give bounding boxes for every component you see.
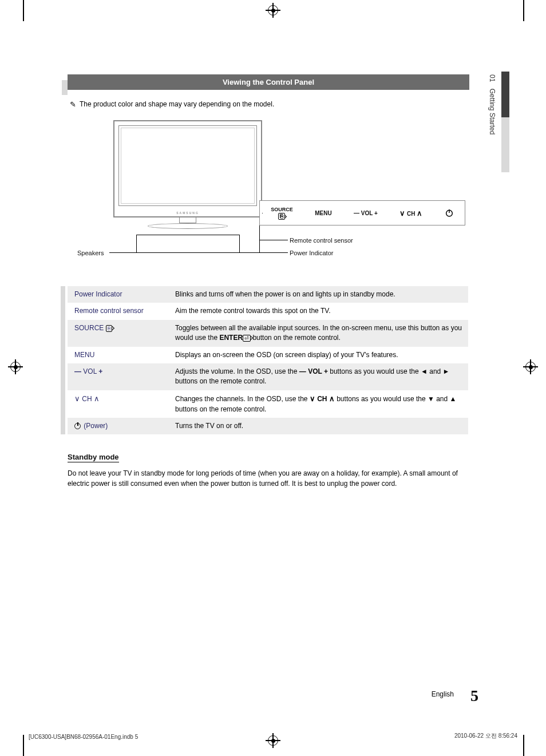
table-row: (Power) Turns the TV on or off. xyxy=(68,418,468,434)
row-desc: Toggles between all the available input … xyxy=(171,320,468,347)
registration-mark-icon xyxy=(268,735,278,746)
row-desc: Displays an on-screen the OSD (on screen… xyxy=(171,347,468,363)
crop-mark xyxy=(523,0,524,21)
note-icon: ✎ xyxy=(70,100,76,109)
row-desc: Changes the channels. In the OSD, use th… xyxy=(171,390,468,418)
menu-button: MENU xyxy=(315,210,331,216)
power-indicator-label: Power Indicator xyxy=(290,250,333,256)
chapter-label: Getting Started xyxy=(488,89,496,135)
crop-mark xyxy=(23,0,24,21)
table-row: — VOL + Adjusts the volume. In the OSD, … xyxy=(68,363,468,390)
registration-mark-icon xyxy=(268,5,278,15)
speakers-label: Speakers xyxy=(77,250,104,256)
row-label: — VOL + xyxy=(68,363,171,390)
source-icon: ⎘ xyxy=(278,213,285,220)
standby-heading: Standby mode xyxy=(68,453,119,462)
row-label: (Power) xyxy=(68,418,171,434)
row-label: Remote control sensor xyxy=(68,303,171,319)
table-row: MENU Displays an on-screen the OSD (on s… xyxy=(68,347,468,363)
brand-logo: SAMSUNG xyxy=(176,211,199,215)
power-icon xyxy=(445,208,454,217)
row-desc: Adjusts the volume. In the OSD, use the … xyxy=(171,363,468,390)
table-row: Power Indicator Blinks and turns off whe… xyxy=(68,286,468,303)
enter-icon: ⏎ xyxy=(243,335,251,342)
table-row: ∨ CH ∧ Changes the channels. In the OSD,… xyxy=(68,390,468,418)
row-label: ∨ CH ∧ xyxy=(68,390,171,418)
standby-body: Do not leave your TV in standby mode for… xyxy=(68,468,480,489)
crop-mark xyxy=(23,735,24,756)
print-footer-file: [UC6300-USA]BN68-02956A-01Eng.indb 5 xyxy=(29,734,138,740)
tv-diagram: SAMSUNG SOURCE ⎘ MENU — VOL + ∨ CH ∧ Spe… xyxy=(62,120,485,275)
source-button: SOURCE ⎘ xyxy=(271,207,293,220)
footer-language: English xyxy=(432,690,454,698)
tv-front-view: SAMSUNG xyxy=(113,120,262,217)
volume-buttons: — VOL + xyxy=(354,210,378,216)
row-desc: Turns the TV on or off. xyxy=(171,418,468,434)
table-row: SOURCE ⎘ Toggles between all the availab… xyxy=(68,320,468,347)
footer-page-number: 5 xyxy=(470,687,478,705)
section-title: Viewing the Control Panel xyxy=(68,74,469,90)
power-icon xyxy=(74,423,81,429)
chapter-number: 01 xyxy=(488,74,496,82)
channel-buttons: ∨ CH ∧ xyxy=(399,209,422,217)
print-footer-timestamp: 2010-06-22 오전 8:56:24 xyxy=(454,732,517,740)
header-accent xyxy=(62,80,68,95)
crop-mark xyxy=(523,735,524,756)
row-label: Power Indicator xyxy=(68,286,171,303)
row-label: MENU xyxy=(68,347,171,363)
note-text: The product color and shape may vary dep… xyxy=(80,100,274,108)
control-description-table: Power Indicator Blinks and turns off whe… xyxy=(68,286,468,434)
control-panel-strip: SOURCE ⎘ MENU — VOL + ∨ CH ∧ xyxy=(259,200,465,225)
source-icon: ⎘ xyxy=(106,325,112,332)
table-row: Remote control sensor Aim the remote con… xyxy=(68,303,468,319)
registration-mark-icon xyxy=(525,362,536,372)
row-label: SOURCE ⎘ xyxy=(68,320,171,347)
row-desc: Blinks and turns off when the power is o… xyxy=(171,286,468,303)
note: ✎ The product color and shape may vary d… xyxy=(70,100,485,109)
registration-mark-icon xyxy=(10,362,21,372)
chapter-tab: 01 Getting Started xyxy=(486,72,501,172)
remote-sensor-label: Remote control sensor xyxy=(290,237,353,244)
page-content: 01 Getting Started Viewing the Control P… xyxy=(62,74,485,698)
row-desc: Aim the remote control towards this spot… xyxy=(171,303,468,319)
